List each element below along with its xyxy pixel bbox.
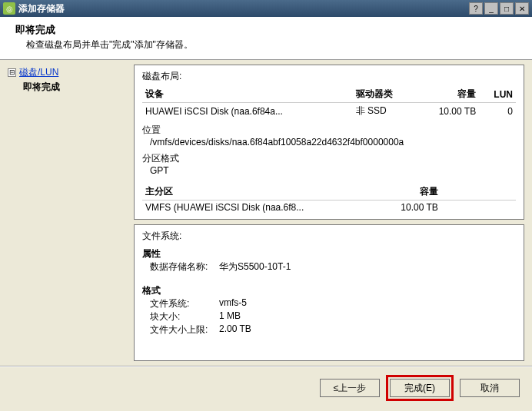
table-row: HUAWEI iSCSI Disk (naa.6f84a... 非 SSD 10…: [142, 103, 516, 120]
partfmt-value: GPT: [142, 165, 516, 176]
cancel-button[interactable]: 取消: [460, 379, 520, 397]
cell-primary-capacity: 10.00 TB: [347, 201, 441, 215]
sidebar-item-finish: 即将完成: [23, 81, 123, 94]
dsname-value: 华为S5500-10T-1: [219, 260, 291, 273]
minimize-button[interactable]: _: [484, 2, 498, 15]
device-table: 设备 驱动器类 容量 LUN HUAWEI iSCSI Disk (naa.6f…: [142, 86, 516, 119]
col-device: 设备: [142, 86, 353, 103]
fs-value: vmfs-5: [219, 297, 247, 310]
primary-partition-table: 主分区 容量 VMFS (HUAWEI iSCSI Disk (naa.6f8.…: [142, 184, 516, 214]
sidebar-item-disklun[interactable]: 磁盘/LUN: [19, 66, 58, 79]
block-label: 块大小:: [142, 310, 219, 323]
location-label: 位置: [142, 124, 516, 137]
titlebar: ◎ 添加存储器 ? _ □ ✕: [0, 0, 532, 17]
tree-expander-icon[interactable]: ⊟: [8, 68, 16, 77]
disk-layout-panel: 磁盘布局: 设备 驱动器类 容量 LUN HUAWEI iSCSI Disk (…: [134, 65, 524, 220]
filesystem-panel: 文件系统: 属性 数据存储名称: 华为S5500-10T-1 格式 文件系统: …: [134, 224, 524, 361]
col-primary-capacity: 容量: [347, 184, 441, 201]
app-icon: ◎: [3, 2, 15, 15]
maximize-button[interactable]: □: [500, 2, 514, 15]
tree-row-disklun: ⊟ 磁盘/LUN: [8, 66, 123, 79]
content: 磁盘布局: 设备 驱动器类 容量 LUN HUAWEI iSCSI Disk (…: [131, 60, 532, 366]
location-value: /vmfs/devices/disks/naa.6f84abf10058a22d…: [142, 137, 516, 147]
page-subtitle: 检查磁盘布局并单击"完成"添加"存储器。: [15, 38, 517, 51]
page-title: 即将完成: [15, 23, 517, 37]
header-area: 即将完成 检查磁盘布局并单击"完成"添加"存储器。: [0, 17, 532, 60]
finish-highlight: 完成(E): [386, 375, 454, 401]
finish-button[interactable]: 完成(E): [390, 379, 450, 397]
help-button[interactable]: ?: [469, 2, 483, 15]
dsname-label: 数据存储名称:: [142, 260, 219, 273]
cell-device: HUAWEI iSCSI Disk (naa.6f84a...: [142, 103, 353, 120]
maxfile-value: 2.00 TB: [219, 323, 251, 336]
attr-label: 属性: [142, 247, 516, 260]
cell-lun: 0: [479, 103, 516, 120]
filesystem-title: 文件系统:: [142, 230, 516, 243]
disk-layout-title: 磁盘布局:: [142, 70, 516, 83]
titlebar-left: ◎ 添加存储器: [3, 2, 65, 15]
cell-driver: 非 SSD: [353, 103, 416, 120]
table-row: VMFS (HUAWEI iSCSI Disk (naa.6f8... 10.0…: [142, 201, 516, 215]
block-value: 1 MB: [219, 310, 241, 323]
cell-capacity: 10.00 TB: [416, 103, 480, 120]
partfmt-label: 分区格式: [142, 152, 516, 165]
window-title: 添加存储器: [18, 2, 65, 15]
col-capacity: 容量: [416, 86, 480, 103]
fs-label: 文件系统:: [142, 297, 219, 310]
sidebar: ⊟ 磁盘/LUN 即将完成: [0, 60, 131, 366]
col-driver: 驱动器类: [353, 86, 416, 103]
format-label: 格式: [142, 284, 516, 297]
col-lun: LUN: [479, 86, 516, 103]
footer: ≤上一步 完成(E) 取消: [0, 366, 532, 409]
col-primary: 主分区: [142, 184, 347, 201]
attr-row-block: 块大小: 1 MB: [142, 310, 516, 323]
main-area: ⊟ 磁盘/LUN 即将完成 磁盘布局: 设备 驱动器类 容量 LUN HUAWE…: [0, 60, 532, 366]
back-button[interactable]: ≤上一步: [320, 379, 380, 397]
close-button[interactable]: ✕: [515, 2, 529, 15]
attr-row-dsname: 数据存储名称: 华为S5500-10T-1: [142, 260, 516, 273]
cell-primary-name: VMFS (HUAWEI iSCSI Disk (naa.6f8...: [142, 201, 347, 215]
attr-row-fs: 文件系统: vmfs-5: [142, 297, 516, 310]
window-controls: ? _ □ ✕: [469, 2, 529, 15]
attr-row-maxfile: 文件大小上限: 2.00 TB: [142, 323, 516, 336]
maxfile-label: 文件大小上限:: [142, 323, 219, 336]
